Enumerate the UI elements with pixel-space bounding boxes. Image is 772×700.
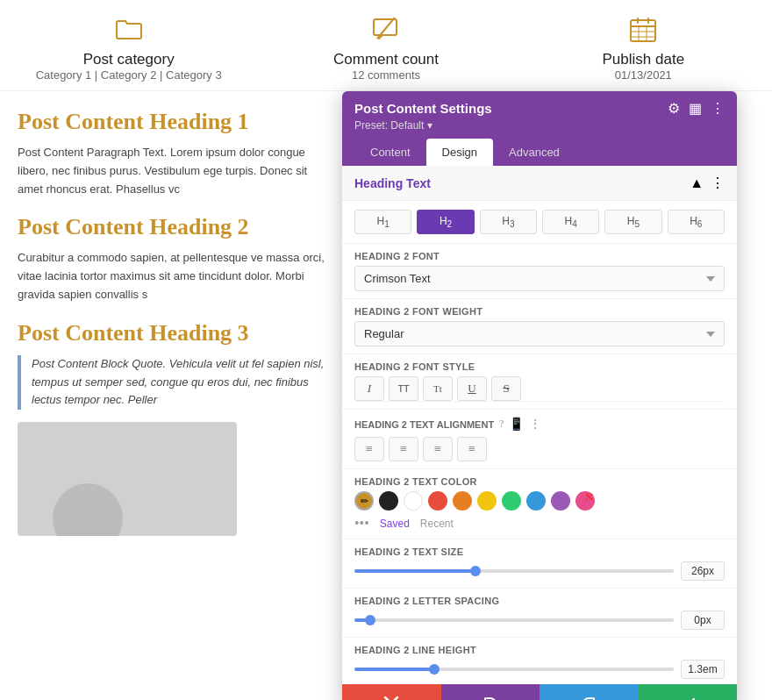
italic-button[interactable]: I	[354, 376, 384, 401]
color-swatch-1[interactable]	[379, 491, 398, 511]
line-height-row: Heading 2 Line Height 1.3em	[342, 638, 737, 687]
h2-button[interactable]: H2	[417, 210, 474, 234]
tt-small-button[interactable]: Tt	[423, 376, 453, 401]
letter-spacing-track[interactable]	[354, 618, 674, 622]
h5-button[interactable]: H5	[604, 210, 661, 234]
comment-count-title: Comment count	[333, 51, 439, 68]
letter-spacing-controls: 0px	[354, 611, 725, 630]
heading-2: Post Content Heading 2	[18, 214, 333, 240]
color-swatch-6[interactable]	[502, 491, 521, 511]
section-heading-icons: ▲ ⋮	[690, 175, 725, 191]
tab-advanced[interactable]: Advanced	[493, 139, 575, 166]
color-row: Heading 2 Text Color ✏ •••	[342, 469, 737, 539]
underline-button[interactable]: U	[457, 376, 487, 401]
line-height-value[interactable]: 1.3em	[681, 660, 725, 679]
columns-icon[interactable]: ▦	[689, 100, 702, 117]
section-more-icon[interactable]: ⋮	[711, 175, 725, 191]
font-label: Heading 2 Font	[354, 251, 725, 261]
h4-button[interactable]: H4	[542, 210, 599, 234]
more-icon[interactable]: ⋮	[711, 100, 725, 117]
text-size-label: Heading 2 Text Size	[354, 546, 725, 557]
collapse-icon[interactable]: ▲	[690, 175, 704, 191]
h6-button[interactable]: H6	[668, 210, 725, 234]
h3-button[interactable]: H3	[480, 210, 537, 234]
line-height-track[interactable]	[354, 668, 674, 671]
alignment-row: Heading 2 Text Alignment ? 📱 ⋮ ≡ ≡ ≡ ≡	[342, 410, 737, 469]
panel-header-icons: ⚙ ▦ ⋮	[668, 100, 725, 117]
strikethrough-button[interactable]: S	[491, 376, 521, 401]
post-category-sub: Category 1 | Category 2 | Category 3	[36, 68, 222, 82]
color-swatch-2[interactable]	[404, 491, 423, 511]
color-swatch-5[interactable]	[477, 491, 497, 511]
letter-spacing-row: Heading 2 Letter Spacing 0px	[342, 589, 737, 638]
align-center-button[interactable]: ≡	[389, 437, 418, 461]
tab-design[interactable]: Design	[426, 139, 493, 166]
alignment-label: Heading 2 Text Alignment	[354, 419, 494, 430]
font-weight-select[interactable]: Regular	[354, 321, 725, 346]
calendar-icon	[627, 14, 659, 46]
font-weight-row: Heading 2 Font Weight Regular	[342, 299, 737, 354]
align-right-button[interactable]: ≡	[423, 437, 453, 461]
redo-button[interactable]	[540, 684, 639, 700]
letter-spacing-value[interactable]: 0px	[681, 611, 725, 630]
align-justify-button[interactable]: ≡	[457, 437, 487, 461]
blockquote: Post Content Block Quote. Vehicula velit…	[18, 355, 333, 410]
font-row: Heading 2 Font Crimson Text	[342, 244, 737, 299]
font-style-label: Heading 2 Font Style	[354, 361, 725, 372]
paragraph-1: Post Content Paragraph Text. Lorem ipsum…	[18, 144, 333, 198]
heading-3: Post Content Heading 3	[18, 320, 333, 346]
panel-body: Heading Text ▲ ⋮ H1 H2 H3 H4 H5 H6 Headi…	[342, 166, 737, 700]
text-size-value[interactable]: 26px	[681, 561, 725, 581]
comment-icon	[370, 14, 402, 46]
comment-count-block: Comment count 12 comments	[257, 14, 514, 82]
settings-icon[interactable]: ⚙	[668, 100, 680, 117]
color-swatch-8[interactable]	[551, 491, 570, 511]
folder-icon	[113, 14, 145, 46]
svg-rect-3	[631, 20, 655, 41]
left-content: Post Content Heading 1 Post Content Para…	[0, 91, 351, 700]
font-weight-label: Heading 2 Font Weight	[354, 306, 725, 317]
main-area: Post Content Heading 1 Post Content Para…	[0, 91, 772, 700]
line-height-label: Heading 2 Line Height	[354, 645, 725, 655]
color-saved-recent: ••• Saved Recent	[354, 516, 725, 532]
font-select[interactable]: Crimson Text	[354, 266, 725, 291]
alignment-help-icon: ?	[499, 418, 504, 431]
settings-panel: Post Content Settings ⚙ ▦ ⋮ Preset: Defa…	[342, 91, 737, 700]
section-heading-title: Heading Text	[354, 176, 431, 190]
heading-1: Post Content Heading 1	[18, 109, 333, 135]
cancel-button[interactable]	[342, 684, 441, 700]
color-swatch-9[interactable]	[575, 491, 595, 511]
blockquote-text: Post Content Block Quote. Vehicula velit…	[32, 355, 333, 410]
color-swatch-4[interactable]	[453, 491, 472, 511]
confirm-button[interactable]	[639, 684, 738, 700]
tt-button[interactable]: TT	[389, 376, 418, 401]
tab-content[interactable]: Content	[354, 139, 426, 166]
text-size-row: Heading 2 Text Size 26px	[342, 539, 737, 589]
panel-tabs: Content Design Advanced	[354, 139, 725, 166]
publish-date-title: Publish date	[603, 51, 685, 68]
align-left-button[interactable]: ≡	[354, 437, 384, 461]
bottom-image	[18, 422, 237, 536]
color-swatch-0[interactable]: ✏	[354, 491, 374, 511]
alignment-device-icon[interactable]: 📱	[509, 417, 524, 432]
color-swatches: ✏	[354, 491, 725, 511]
panel-preset[interactable]: Preset: Default ▾	[354, 117, 725, 139]
line-height-controls: 1.3em	[354, 660, 725, 679]
publish-date-sub: 01/13/2021	[615, 68, 672, 82]
undo-button[interactable]	[441, 684, 540, 700]
color-label: Heading 2 Text Color	[354, 476, 725, 487]
color-swatch-7[interactable]	[526, 491, 546, 511]
comment-count-sub: 12 comments	[352, 68, 420, 82]
post-category-block: Post category Category 1 | Category 2 | …	[0, 14, 257, 82]
alignment-more-icon[interactable]: ⋮	[529, 417, 541, 432]
text-size-track[interactable]	[354, 569, 674, 573]
color-swatch-3[interactable]	[428, 491, 447, 511]
paragraph-2: Curabitur a commodo sapien, at pellentes…	[18, 249, 333, 304]
top-icons-row: Post category Category 1 | Category 2 | …	[0, 0, 772, 91]
panel-header: Post Content Settings ⚙ ▦ ⋮ Preset: Defa…	[342, 91, 737, 166]
h1-button[interactable]: H1	[354, 210, 411, 234]
color-more-button[interactable]: •••	[354, 516, 369, 532]
text-size-controls: 26px	[354, 561, 725, 581]
publish-date-block: Publish date 01/13/2021	[515, 14, 772, 82]
action-bar	[342, 684, 737, 700]
